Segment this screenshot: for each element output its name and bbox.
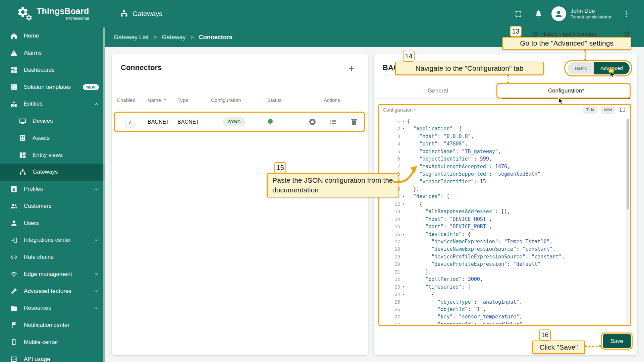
fold-toggle-icon[interactable]: ▾ <box>400 283 407 291</box>
code-line-28: 28 "propertyId": "presentValue" <box>379 321 626 324</box>
breadcrumb-gateway[interactable]: Gateway <box>162 34 185 41</box>
sidebar-item-advanced-features[interactable]: Advanced features <box>0 283 105 300</box>
rpc-icon[interactable] <box>308 118 317 126</box>
fold-spacer <box>400 306 407 313</box>
sidebar-item-gateways[interactable]: Gateways <box>0 164 105 181</box>
header-actions: John Doe Tenant administrator <box>514 0 631 27</box>
sidebar-item-integrations-center[interactable]: Integrations center <box>0 232 105 249</box>
code-line-27: 27 "key": "sensor_temperature", <box>379 313 626 320</box>
fold-toggle-icon[interactable]: ▾ <box>400 200 407 208</box>
more-menu-icon[interactable] <box>622 10 631 18</box>
sidebar-item-rule-chains[interactable]: Rule chains <box>0 249 105 266</box>
code-line-17: 17 "deviceNameExpression": "Temco Tstat1… <box>379 238 626 245</box>
sidebar-item-edge-management[interactable]: Edge management <box>0 266 105 283</box>
code-line-20: 20 "deviceProfileExpression": "default" <box>379 260 626 268</box>
delete-icon[interactable] <box>350 118 358 126</box>
sidebar-item-solution-templates[interactable]: Solution templatesNEW <box>0 78 105 96</box>
connector-dot <box>507 82 509 84</box>
notifications-bell-icon[interactable] <box>534 10 543 18</box>
code-line-23: 23▾ "timeseries": [ <box>379 283 626 291</box>
code-area[interactable]: 1▾{2▾ "application": {3 "host": "0.0.0.0… <box>379 118 626 324</box>
mode-switch: Basic Advanced <box>568 62 630 74</box>
sidebar-item-label: API usage <box>24 356 100 362</box>
sidebar-item-notification-center[interactable]: Notification center <box>0 317 105 334</box>
fold-spacer <box>400 298 407 306</box>
logs-icon[interactable] <box>329 118 337 126</box>
fold-toggle-icon[interactable]: ▾ <box>400 231 407 238</box>
fold-spacer <box>400 313 407 320</box>
row-actions <box>308 118 364 126</box>
alarms-icon <box>10 49 18 57</box>
editor-scrollbar[interactable] <box>626 118 629 324</box>
logo[interactable]: ThingsBoard Professional <box>17 0 89 27</box>
chevron-down-icon <box>93 237 100 243</box>
tidy-button[interactable]: Tidy <box>583 106 597 114</box>
sidebar-item-users[interactable]: Users <box>0 215 105 232</box>
sidebar-item-label: Integrations center <box>24 237 87 243</box>
column-name[interactable]: Name <box>148 97 177 103</box>
sidebar-item-alarms[interactable]: Alarms <box>0 45 105 62</box>
sidebar-item-label: Mobile center <box>24 339 100 346</box>
avatar[interactable] <box>551 6 566 21</box>
sidebar-item-api-usage[interactable]: API usage <box>0 351 105 362</box>
sidebar-item-entities[interactable]: Entities <box>0 96 105 113</box>
sidebar-item-label: Profiles <box>24 186 87 192</box>
thingsboard-app: ThingsBoard Professional Gateways John D… <box>0 0 644 362</box>
person-icon <box>554 9 564 19</box>
sidebar-item-label: Advanced features <box>24 288 87 295</box>
sidebar-item-label: Users <box>24 220 100 227</box>
expand-editor-icon[interactable] <box>619 107 626 113</box>
fullscreen-icon[interactable] <box>514 10 523 18</box>
code-line-11: 11▾ "devices": [ <box>379 193 626 200</box>
fold-spacer <box>400 238 407 245</box>
timewindow-button[interactable]: History - last 5 minutes <box>532 31 596 38</box>
sidebar-item-label: Resources <box>24 305 87 311</box>
connector-detail-card: BACNET Basic Advanced General Configurat… <box>374 54 637 355</box>
tab-configuration[interactable]: Configuration* <box>502 83 631 99</box>
save-button[interactable]: Save <box>603 334 631 348</box>
sidebar-item-assets[interactable]: Assets <box>0 130 105 147</box>
basic-mode-button[interactable]: Basic <box>568 62 594 74</box>
dashboards-icon <box>10 66 18 74</box>
fold-spacer <box>400 276 407 283</box>
callout-14-number: 14 <box>403 51 415 62</box>
user-info: John Doe Tenant administrator <box>571 7 611 20</box>
json-configuration-editor[interactable]: Configuration * Tidy Mini 1▾{2▾ "applica… <box>378 104 631 326</box>
fold-spacer <box>400 223 407 230</box>
timewindow-label: History - last 5 minutes <box>541 31 596 37</box>
assets-icon <box>19 134 26 142</box>
sidebar-item-label: Rule chains <box>24 254 100 260</box>
fold-spacer <box>400 155 407 163</box>
fold-toggle-icon[interactable]: ▾ <box>400 291 407 298</box>
sidebar-item-customers[interactable]: Customers <box>0 198 105 215</box>
tab-general[interactable]: General <box>374 83 502 99</box>
scrollbar-thumb[interactable] <box>627 119 629 209</box>
sidebar: HomeAlarmsDashboardsSolution templatesNE… <box>0 27 105 362</box>
users-icon <box>10 219 18 227</box>
sidebar-item-dashboards[interactable]: Dashboards <box>0 62 105 79</box>
sidebar-item-home[interactable]: Home <box>0 27 105 45</box>
sidebar-item-profiles[interactable]: Profiles <box>0 181 105 198</box>
connector-row-bacnet[interactable]: ✓ BACNET BACNET SYNC <box>114 112 365 132</box>
sidebar-scrollbar[interactable] <box>103 27 105 362</box>
add-connector-button[interactable] <box>347 64 356 73</box>
sidebar-item-devices[interactable]: Devices <box>0 113 105 130</box>
chevron-up-icon <box>93 101 100 107</box>
fold-toggle-icon[interactable]: ▾ <box>400 193 407 200</box>
mobile-center-icon <box>10 338 18 346</box>
column-status: Status <box>267 97 324 103</box>
sidebar-item-entity-views[interactable]: Entity views <box>0 146 105 164</box>
column-configuration: Configuration <box>211 97 267 103</box>
breadcrumb-gateway-list[interactable]: Gateway List <box>114 34 149 41</box>
mini-button[interactable]: Mini <box>601 106 615 114</box>
sidebar-item-resources[interactable]: Resources <box>0 300 105 317</box>
callout-15-text: Paste the JSON configuration from the do… <box>267 173 398 197</box>
editor-toolbar: Tidy Mini <box>583 106 626 114</box>
sidebar-item-label: Gateways <box>33 169 100 175</box>
connectors-title: Connectors <box>121 63 162 72</box>
entity-views-icon <box>19 151 26 159</box>
customers-icon <box>10 202 18 210</box>
fold-toggle-icon[interactable]: ▾ <box>400 125 407 132</box>
sidebar-item-mobile-center[interactable]: Mobile center <box>0 334 105 351</box>
fold-toggle-icon[interactable]: ▾ <box>400 118 407 125</box>
